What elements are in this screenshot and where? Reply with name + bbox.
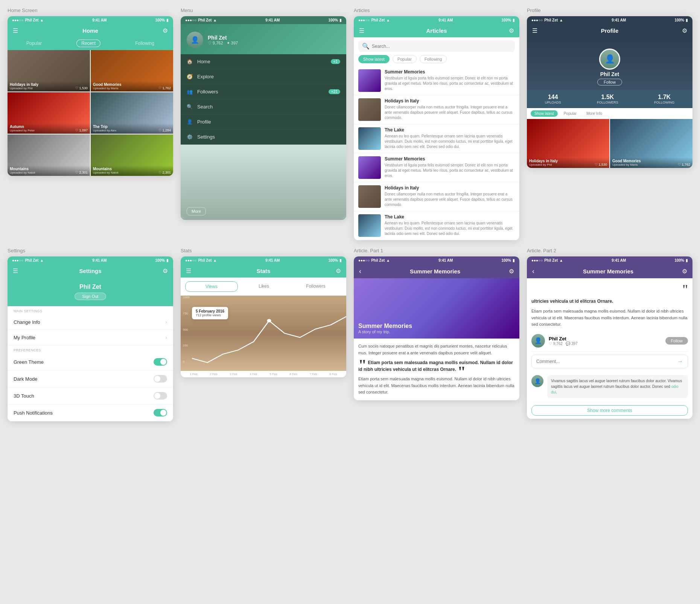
article1-battery-icon: ▮ (513, 258, 515, 262)
settings-item-push-notifications[interactable]: Push Notifications (8, 404, 173, 421)
home-settings-icon[interactable]: ⚙ (163, 27, 168, 34)
menu-item-search[interactable]: 🔍 Search (181, 99, 346, 114)
article1-quote-text: Etiam porta sem malesuada magna mollis e… (358, 360, 513, 372)
stats-tabs: Views Likes Followers (181, 278, 346, 296)
home-status-bar: ●●●○○ Phil Zet ▲ 9:41 AM 100% ▮ (8, 16, 173, 24)
settings-green-theme-toggle[interactable] (154, 358, 167, 366)
menu-home-badge: +1 (331, 59, 340, 64)
stats-carrier: Phil Zet (198, 258, 212, 262)
menu-item-followers[interactable]: 👥 Followers +21 (181, 84, 346, 99)
article2-comment-input-row[interactable]: → (531, 355, 688, 368)
article2-follow-button[interactable]: Follow (665, 337, 688, 345)
stats-gear-icon[interactable]: ⚙ (336, 267, 341, 275)
menu-item-profile[interactable]: 👤 Profile (181, 114, 346, 130)
profile-signal: ●●●○○ (531, 18, 543, 22)
stats-screen-label: Stats (181, 248, 346, 253)
article-thumb-italy2 (358, 185, 381, 208)
articles-nav-bar: ☰ Articles ⚙ (354, 24, 519, 37)
profile-settings-icon[interactable]: ⚙ (682, 27, 687, 34)
profile-follow-button[interactable]: Follow (597, 79, 622, 85)
menu-user-stats: ♡ 9,762 ✦ 397 (208, 41, 238, 46)
profile-img-italy[interactable]: Holidays in Italy Uploaded by Phil ♡ 1,5… (527, 119, 609, 168)
settings-sign-out-button[interactable]: Sign Out (75, 293, 107, 300)
home-tab-recent[interactable]: Recent (76, 40, 100, 47)
settings-item-3d-touch[interactable]: 3D Touch (8, 387, 173, 404)
article2-send-icon[interactable]: → (677, 358, 683, 365)
settings-push-notifications-toggle[interactable] (154, 409, 167, 416)
profile-image-grid: Holidays in Italy Uploaded by Phil ♡ 1,5… (527, 119, 692, 168)
articles-search-icon: 🔍 (362, 43, 370, 50)
profile-img-good-memories[interactable]: Good Memories Uploaded by Maria ♡ 1,762 (610, 119, 692, 168)
article-item-4[interactable]: Summer Memories Vestibulum id ligula por… (354, 153, 519, 182)
article-item-6[interactable]: The Lake Aenean eu leo quam. Pellentesqu… (354, 211, 519, 240)
settings-icon: ⚙️ (187, 134, 193, 140)
stats-tab-views[interactable]: Views (185, 281, 238, 292)
settings-item-green-theme[interactable]: Green Theme (8, 354, 173, 371)
article2-comment-link[interactable]: odio dui (551, 384, 679, 394)
image-trip[interactable]: The Trip Uploaded by Alex ♡ 1,284 (91, 92, 173, 134)
settings-dark-mode-toggle[interactable] (154, 375, 167, 383)
image-mountains1[interactable]: Mountains Uploaded by Natoli ♡ 2,301 (8, 134, 90, 176)
article1-nav-bar: ‹ Summer Memories ⚙ (354, 264, 519, 278)
article1-carrier: Phil Zet (371, 258, 385, 262)
profile-menu-icon[interactable]: ☰ (532, 27, 537, 34)
profile-nav-bar: ☰ Profile ⚙ (527, 24, 692, 37)
settings-item-dark-mode[interactable]: Dark Mode (8, 371, 173, 387)
article2-show-more-button[interactable]: Show more comments (531, 405, 688, 416)
menu-item-settings[interactable]: ⚙️ Settings (181, 130, 346, 145)
menu-user-name: Phil Zet (208, 35, 238, 41)
article2-settings-icon[interactable]: ⚙ (682, 268, 687, 275)
profile-tab-latest[interactable]: Show latest (531, 110, 558, 117)
stats-tab-followers[interactable]: Followers (290, 281, 342, 292)
stats-time: 9:41 AM (265, 258, 280, 262)
stats-menu-icon[interactable]: ☰ (186, 267, 191, 275)
articles-filter-tabs: Show latest Popular Following (354, 55, 519, 66)
image-autumn[interactable]: Autumn Uploaded by Peter ♡ 1,097 (8, 92, 90, 134)
article-desc-summer1: Vestibulum id ligula porta felis euismod… (385, 76, 515, 92)
articles-tab-following[interactable]: Following (420, 55, 447, 63)
articles-tab-latest[interactable]: Show latest (358, 55, 390, 63)
article2-signal: ●●●○○ (531, 258, 543, 262)
settings-item-change-info[interactable]: Change Info › (8, 314, 173, 330)
settings-3d-touch-toggle[interactable] (154, 392, 167, 400)
profile-followers-label: FOLLOWERS (597, 101, 618, 104)
settings-gear-icon[interactable]: ⚙ (163, 267, 168, 275)
articles-tab-popular[interactable]: Popular (393, 55, 417, 63)
article2-back-icon[interactable]: ‹ (532, 267, 534, 275)
home-tab-following[interactable]: Following (132, 40, 157, 47)
article-item-2[interactable]: Holidays in Italy Donec ullamcorper null… (354, 95, 519, 124)
articles-settings-icon[interactable]: ⚙ (509, 27, 514, 34)
profile-avatar: 👤 (599, 49, 620, 70)
article1-settings-icon[interactable]: ⚙ (509, 268, 514, 275)
menu-blur-overlay: More (181, 145, 346, 220)
menu-wifi-icon: ▲ (213, 18, 217, 22)
settings-item-my-profile[interactable]: My Profile › (8, 330, 173, 345)
article1-back-icon[interactable]: ‹ (359, 267, 361, 275)
stats-tab-likes[interactable]: Likes (238, 281, 290, 292)
menu-more-button[interactable]: More (187, 207, 206, 215)
image-mountains2[interactable]: Mountains Uploaded by Natoli ♡ 2,301 (91, 134, 173, 176)
home-menu-icon[interactable]: ☰ (13, 27, 18, 34)
home-nav-title: Home (82, 27, 98, 34)
article-title-italy2: Holidays in Italy (385, 185, 515, 191)
articles-menu-icon[interactable]: ☰ (359, 27, 364, 34)
profile-tab-more-info[interactable]: More Info (583, 110, 606, 117)
menu-time: 9:41 AM (265, 18, 280, 22)
settings-menu-icon[interactable]: ☰ (13, 267, 18, 275)
article-item-5[interactable]: Holidays in Italy Donec ullamcorper null… (354, 182, 519, 211)
profile-tab-popular[interactable]: Popular (560, 110, 580, 117)
article2-comment-input[interactable] (536, 359, 677, 364)
home-tab-popular[interactable]: Popular (23, 40, 45, 47)
settings-my-profile-chevron: › (165, 334, 167, 340)
articles-search-input[interactable] (372, 44, 511, 49)
article2-intro-text: ultricies vehicula ut id elitcras Ornare… (531, 298, 688, 305)
article-item-3[interactable]: The Lake Aenean eu leo quam. Pellentesqu… (354, 124, 519, 153)
article-item-1[interactable]: Summer Memories Vestibulum id ligula por… (354, 66, 519, 95)
articles-search-bar[interactable]: 🔍 (358, 40, 515, 52)
menu-item-explore[interactable]: 🧭 Explore (181, 69, 346, 84)
settings-user-name: Phil Zet (14, 284, 167, 290)
image-italy[interactable]: Holidays in Italy Uploaded by Phil ♡ 1,5… (8, 50, 90, 92)
menu-item-home[interactable]: 🏠 Home +1 (181, 54, 346, 69)
articles-carrier: Phil Zet (371, 18, 385, 22)
image-good-memories[interactable]: Good Memories Uploaded by Maria ♡ 1,762 (91, 50, 173, 92)
